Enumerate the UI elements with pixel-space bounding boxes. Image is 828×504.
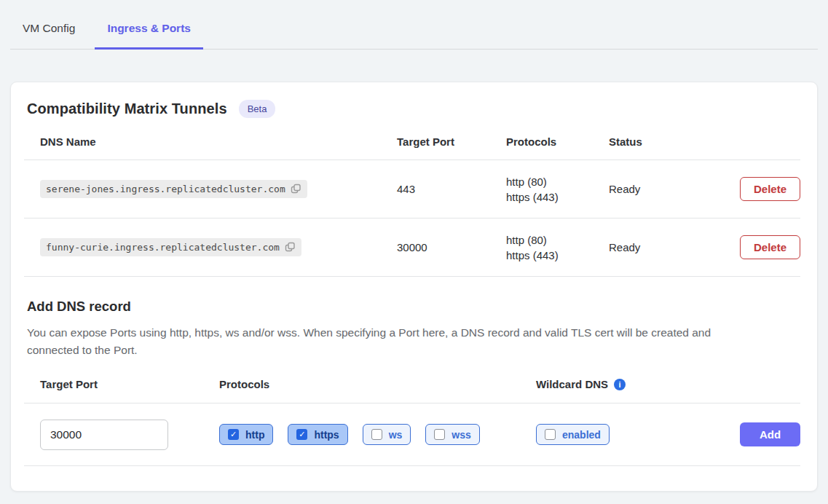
protocol-checkbox-wss[interactable]: wss xyxy=(425,424,479,445)
dns-name-text: funny-curie.ingress.replicatedcluster.co… xyxy=(46,242,280,253)
header-status: Status xyxy=(609,135,710,148)
checkbox-icon xyxy=(434,429,445,440)
tab-ingress-ports[interactable]: Ingress & Ports xyxy=(95,19,203,50)
table-header-row: DNS Name Target Port Protocols Status xyxy=(24,130,800,160)
protocol-checkbox-http[interactable]: http xyxy=(219,424,273,445)
protocol-label: https xyxy=(314,429,339,441)
form-header-wildcard-dns: Wildcard DNS xyxy=(536,378,608,390)
wildcard-dns-checkbox[interactable]: enabled xyxy=(536,424,610,445)
delete-button[interactable]: Delete xyxy=(740,177,800,201)
checkbox-icon xyxy=(296,429,307,440)
protocol-checkbox-https[interactable]: https xyxy=(288,424,347,445)
copy-icon[interactable] xyxy=(285,242,296,253)
card-header: Compatibility Matrix Tunnels Beta xyxy=(11,100,817,118)
info-icon[interactable]: i xyxy=(614,379,626,390)
target-port-input[interactable] xyxy=(40,420,168,450)
tunnels-table: DNS Name Target Port Protocols Status se… xyxy=(24,130,800,277)
protocol-label: http xyxy=(245,429,264,441)
form-header-protocols: Protocols xyxy=(219,378,536,390)
table-row: funny-curie.ingress.replicatedcluster.co… xyxy=(24,218,800,277)
protocol-label: wss xyxy=(452,429,470,441)
tab-bar: VM Config Ingress & Ports xyxy=(10,0,818,50)
checkbox-icon xyxy=(371,429,382,440)
protocol-line: http (80) xyxy=(506,232,609,248)
protocol-line: https (443) xyxy=(506,248,609,263)
protocol-label: ws xyxy=(389,429,403,441)
cell-status: Ready xyxy=(609,183,710,195)
protocol-checkbox-ws[interactable]: ws xyxy=(363,424,411,445)
form-header-target-port: Target Port xyxy=(24,378,219,390)
delete-button[interactable]: Delete xyxy=(740,235,800,259)
copy-icon[interactable] xyxy=(291,184,301,194)
cell-target-port: 443 xyxy=(397,183,506,195)
protocol-line: http (80) xyxy=(506,174,609,189)
table-row: serene-jones.ingress.replicatedcluster.c… xyxy=(24,160,800,218)
header-protocols: Protocols xyxy=(506,135,609,148)
protocol-checkbox-group: http https ws wss xyxy=(219,424,536,445)
wildcard-label: enabled xyxy=(562,429,601,441)
add-dns-form-row: http https ws wss enabled xyxy=(24,403,800,466)
beta-badge: Beta xyxy=(239,100,276,118)
add-dns-record-title: Add DNS record xyxy=(27,299,800,315)
cell-target-port: 30000 xyxy=(397,241,506,253)
tab-vm-config[interactable]: VM Config xyxy=(10,19,87,50)
add-button[interactable]: Add xyxy=(740,422,800,446)
card-title: Compatibility Matrix Tunnels xyxy=(27,101,227,117)
cell-status: Ready xyxy=(609,241,710,253)
cell-protocols: http (80) https (443) xyxy=(506,232,609,263)
dns-name-pill: funny-curie.ingress.replicatedcluster.co… xyxy=(40,238,301,256)
checkbox-icon xyxy=(545,429,556,440)
header-dns-name: DNS Name xyxy=(24,135,397,148)
protocol-line: https (443) xyxy=(506,189,609,205)
dns-name-text: serene-jones.ingress.replicatedcluster.c… xyxy=(46,184,285,194)
dns-name-pill: serene-jones.ingress.replicatedcluster.c… xyxy=(40,180,307,198)
checkbox-icon xyxy=(228,429,239,440)
header-target-port: Target Port xyxy=(397,135,506,148)
tunnels-card: Compatibility Matrix Tunnels Beta DNS Na… xyxy=(10,82,818,492)
form-header-row: Target Port Protocols Wildcard DNS i xyxy=(24,378,800,403)
add-dns-record-description: You can expose Ports using http, https, … xyxy=(27,324,762,359)
cell-protocols: http (80) https (443) xyxy=(506,174,609,205)
